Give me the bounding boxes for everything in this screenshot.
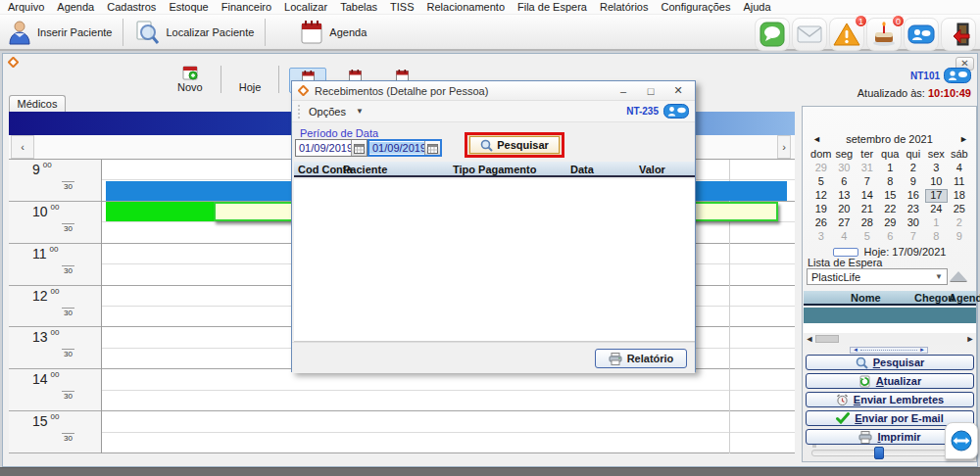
waitlist-select[interactable]: PlasticLife ▼ bbox=[807, 268, 948, 285]
date-from-value[interactable]: 01/09/2019 bbox=[296, 142, 351, 154]
waitlist-hscrollbar[interactable]: ◄ ► bbox=[804, 333, 976, 345]
menu-item-ajuda[interactable]: Ajuda bbox=[743, 1, 770, 13]
date-to-field[interactable]: 01/09/2019 bbox=[368, 139, 442, 157]
calendar-day[interactable]: 11 bbox=[948, 175, 971, 189]
calendar-day[interactable]: 10 bbox=[925, 175, 949, 189]
calendar-day[interactable]: 1 bbox=[925, 216, 949, 230]
calendar-day[interactable]: 1 bbox=[879, 162, 903, 175]
calendar-day[interactable]: 8 bbox=[879, 175, 903, 189]
calendar-day[interactable]: 31 bbox=[856, 162, 879, 175]
calendar-day[interactable]: 24 bbox=[925, 203, 949, 216]
calendar-day[interactable]: 13 bbox=[833, 189, 857, 203]
scroll-left-arrow[interactable]: ◄ bbox=[804, 334, 815, 344]
dialog-chat-icon[interactable] bbox=[663, 104, 689, 119]
chat-button[interactable] bbox=[755, 18, 790, 51]
calendar-day[interactable]: 20 bbox=[833, 203, 857, 216]
calendar-day[interactable]: 3 bbox=[809, 230, 833, 244]
send-reminders-button[interactable]: Enviar Lembretes bbox=[806, 392, 974, 407]
calendar-day[interactable]: 17 bbox=[925, 189, 949, 203]
calendar-day[interactable]: 6 bbox=[833, 175, 857, 189]
menu-item-tiss[interactable]: TISS bbox=[390, 1, 414, 13]
calendar-day[interactable]: 2 bbox=[948, 216, 971, 230]
calendar-day[interactable]: 30 bbox=[902, 216, 925, 230]
collapse-panel-button[interactable] bbox=[950, 271, 967, 281]
calendar-day[interactable]: 9 bbox=[902, 175, 925, 189]
waitlist-column-agend[interactable]: Agend bbox=[949, 292, 980, 304]
contact-chat-icon[interactable] bbox=[944, 68, 971, 83]
birthdays-button[interactable]: 0 bbox=[866, 18, 902, 51]
menu-item-fila-de-espera[interactable]: Fila de Espera bbox=[517, 1, 587, 13]
scroll-right-button[interactable]: › bbox=[777, 135, 791, 159]
today-button[interactable]: Hoje bbox=[231, 68, 270, 93]
alerts-button[interactable]: 1 bbox=[829, 18, 864, 51]
menu-item-localizar[interactable]: Localizar bbox=[284, 1, 327, 13]
calendar-day[interactable]: 27 bbox=[833, 216, 857, 230]
calendar-day[interactable]: 8 bbox=[925, 230, 949, 244]
calendar-day[interactable]: 22 bbox=[879, 203, 903, 216]
calendar-day[interactable]: 5 bbox=[809, 175, 833, 189]
remote-support-tab[interactable] bbox=[945, 422, 978, 459]
menu-item-financeiro[interactable]: Financeiro bbox=[221, 1, 271, 13]
calendar-day[interactable]: 16 bbox=[902, 189, 925, 203]
menu-item-arquivo[interactable]: Arquivo bbox=[8, 1, 44, 13]
calendar-day[interactable]: 26 bbox=[809, 216, 833, 230]
minimize-button[interactable]: – bbox=[612, 85, 634, 97]
calendar-day[interactable]: 3 bbox=[925, 162, 949, 175]
scroll-right-arrow[interactable]: ► bbox=[964, 334, 976, 344]
column-header-valor[interactable]: Valor bbox=[639, 164, 665, 175]
menu-item-estoque[interactable]: Estoque bbox=[169, 1, 208, 13]
report-button[interactable]: Relatório bbox=[595, 349, 687, 368]
messages-button[interactable] bbox=[904, 18, 939, 51]
waitlist-selected-row[interactable] bbox=[804, 308, 976, 323]
splitter-handle[interactable]: ◄ ► bbox=[850, 347, 928, 354]
calendar-day[interactable]: 12 bbox=[809, 189, 833, 203]
menu-item-relatórios[interactable]: Relatórios bbox=[600, 1, 649, 13]
close-dialog-button[interactable]: ✕ bbox=[667, 84, 689, 97]
scroll-left-button[interactable]: ‹ bbox=[11, 135, 34, 159]
calendar-next-button[interactable]: ► bbox=[959, 134, 968, 144]
appointment-block-green[interactable] bbox=[106, 202, 214, 221]
calendar-day[interactable]: 25 bbox=[948, 203, 971, 216]
dialog-search-button[interactable]: Pesquisar bbox=[469, 136, 560, 154]
date-from-field[interactable]: 01/09/2019 bbox=[295, 139, 368, 157]
calendar-day[interactable]: 4 bbox=[948, 162, 971, 175]
calendar-day[interactable]: 4 bbox=[833, 230, 857, 244]
menu-item-tabelas[interactable]: Tabelas bbox=[340, 1, 377, 13]
dialog-titlebar[interactable]: Recebimentos (Detalhe por Pessoa) – □ ✕ bbox=[292, 81, 695, 101]
sidebar-search-button[interactable]: Pesquisar bbox=[806, 355, 974, 370]
insert-patient-button[interactable]: Inserir Paciente bbox=[0, 17, 120, 48]
date-from-picker-button[interactable] bbox=[351, 140, 367, 156]
scrollbar-thumb[interactable] bbox=[815, 335, 839, 343]
calendar-day[interactable]: 19 bbox=[809, 203, 833, 216]
menu-item-configurações[interactable]: Configurações bbox=[661, 1, 730, 13]
column-header-paciente[interactable]: Paciente bbox=[343, 164, 387, 175]
waitlist-column-nome[interactable]: Nome bbox=[851, 292, 881, 304]
options-menu[interactable]: Opções bbox=[309, 106, 346, 118]
calendar-day[interactable]: 21 bbox=[856, 203, 879, 216]
date-to-picker-button[interactable] bbox=[424, 141, 440, 155]
calendar-day[interactable]: 7 bbox=[856, 175, 879, 189]
tab-medicos[interactable]: Médicos bbox=[9, 95, 66, 112]
calendar-day[interactable]: 6 bbox=[879, 230, 903, 244]
mail-button[interactable] bbox=[792, 18, 827, 51]
calendar-day[interactable]: 7 bbox=[902, 230, 925, 244]
calendar-day[interactable]: 23 bbox=[902, 203, 925, 216]
calendar-day[interactable]: 5 bbox=[856, 230, 879, 244]
new-appointment-button[interactable]: Novo bbox=[170, 65, 211, 93]
locate-patient-button[interactable]: Localizar Paciente bbox=[126, 17, 262, 48]
sidebar-refresh-button[interactable]: Atualizar bbox=[806, 373, 974, 389]
maximize-button[interactable]: □ bbox=[640, 85, 662, 97]
menu-item-agenda[interactable]: Agenda bbox=[57, 1, 94, 13]
calendar-day[interactable]: 2 bbox=[902, 162, 925, 175]
column-header-data[interactable]: Data bbox=[570, 164, 594, 175]
calendar-day[interactable]: 9 bbox=[948, 230, 971, 244]
calendar-day[interactable]: 14 bbox=[856, 189, 879, 203]
exit-button[interactable] bbox=[941, 18, 976, 51]
calendar-day[interactable]: 29 bbox=[809, 162, 833, 175]
calendar-day[interactable]: 29 bbox=[879, 216, 903, 230]
calendar-day[interactable]: 28 bbox=[856, 216, 879, 230]
menu-item-cadastros[interactable]: Cadastros bbox=[107, 1, 156, 13]
results-list[interactable] bbox=[294, 179, 695, 342]
zoom-slider-thumb[interactable] bbox=[874, 447, 884, 459]
calendar-day[interactable]: 30 bbox=[833, 162, 857, 175]
